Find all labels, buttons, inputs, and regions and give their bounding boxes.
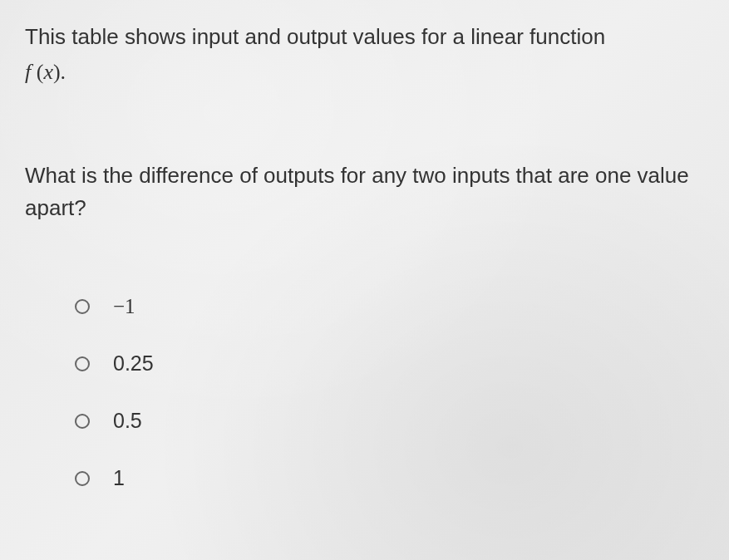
question-text: What is the difference of outputs for an… [25, 160, 704, 224]
option-label: 0.5 [113, 409, 142, 433]
radio-icon[interactable] [75, 356, 90, 371]
option-4[interactable]: 1 [75, 466, 704, 490]
radio-icon[interactable] [75, 299, 90, 314]
function-x: x [43, 60, 53, 84]
option-label: 0.25 [113, 351, 154, 376]
option-2[interactable]: 0.25 [75, 351, 704, 376]
option-label: 1 [113, 466, 125, 490]
option-1[interactable]: −1 [75, 295, 704, 318]
function-close-paren: ). [53, 60, 66, 84]
intro-text: This table shows input and output values… [25, 21, 704, 53]
option-3[interactable]: 0.5 [75, 409, 704, 433]
function-open-paren: ( [31, 60, 43, 84]
function-notation: f (x). [25, 60, 704, 85]
radio-icon[interactable] [75, 414, 90, 429]
options-group: −1 0.25 0.5 1 [25, 295, 704, 490]
radio-icon[interactable] [75, 471, 90, 486]
option-label: −1 [113, 295, 135, 318]
